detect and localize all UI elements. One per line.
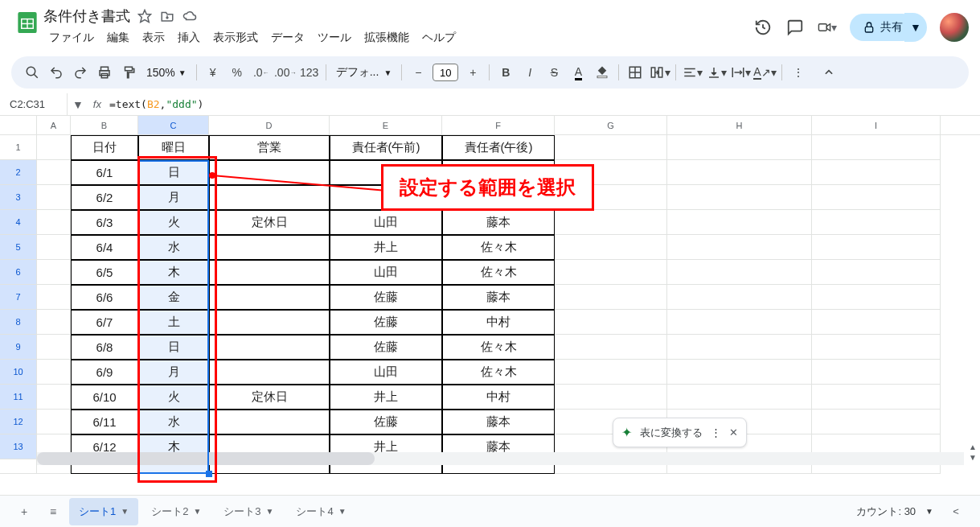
cell[interactable]: 土 (138, 310, 209, 335)
cell[interactable] (667, 285, 812, 310)
cell[interactable]: 佐々木 (442, 335, 555, 360)
cell[interactable] (37, 385, 71, 410)
cell[interactable]: 藤本 (442, 210, 555, 235)
menu-data[interactable]: データ (265, 27, 310, 48)
paint-format-icon[interactable] (117, 61, 140, 84)
cell[interactable] (209, 235, 330, 260)
comment-icon[interactable] (785, 18, 805, 37)
cell[interactable]: 6/4 (71, 235, 138, 260)
zoom-dropdown[interactable]: 150%▼ (141, 66, 191, 79)
cell[interactable]: 佐々木 (442, 260, 555, 285)
menu-tools[interactable]: ツール (312, 27, 357, 48)
italic-icon[interactable]: I (519, 61, 541, 84)
redo-icon[interactable] (69, 61, 92, 84)
cell[interactable]: 定休日 (209, 385, 330, 410)
col-header-B[interactable]: B (71, 116, 138, 134)
cell[interactable]: 佐藤 (330, 285, 442, 310)
cell[interactable]: 佐々木 (442, 360, 555, 385)
convert-to-table-chip[interactable]: ✦ 表に変換する ⋮ ✕ (613, 418, 747, 447)
col-header-A[interactable]: A (37, 116, 71, 134)
cell[interactable] (555, 310, 667, 335)
sheet-tab-3[interactable]: シート3▼ (214, 498, 283, 525)
menu-edit[interactable]: 編集 (101, 27, 135, 48)
rotate-icon[interactable]: A↗▾ (753, 61, 776, 84)
cell[interactable]: 水 (138, 410, 209, 434)
cell[interactable] (667, 260, 812, 285)
cell[interactable] (667, 360, 812, 385)
cell[interactable] (37, 410, 71, 434)
cell[interactable]: 木 (138, 260, 209, 285)
cell[interactable] (555, 285, 667, 310)
cell[interactable] (555, 210, 667, 235)
cell[interactable]: 6/1 (71, 160, 138, 185)
cell[interactable]: 6/11 (71, 410, 138, 434)
cell[interactable] (812, 235, 941, 260)
cell[interactable] (667, 310, 812, 335)
increase-fontsize-icon[interactable]: + (461, 61, 484, 84)
decrease-fontsize-icon[interactable]: − (407, 61, 429, 84)
menu-help[interactable]: ヘルプ (416, 27, 461, 48)
cell[interactable] (37, 310, 71, 335)
name-box-dropdown-icon[interactable]: ▼ (72, 98, 84, 111)
cell[interactable]: 6/7 (71, 310, 138, 335)
cell[interactable] (37, 210, 71, 235)
row-header-9[interactable]: 9 (0, 335, 37, 360)
cell[interactable] (37, 135, 71, 160)
cell[interactable]: 日 (138, 335, 209, 360)
row-header-1[interactable]: 1 (0, 135, 37, 160)
search-icon[interactable] (21, 61, 43, 84)
cell[interactable]: 中村 (442, 310, 555, 335)
cell[interactable] (667, 160, 812, 185)
cell[interactable]: 日 (138, 160, 209, 185)
cell[interactable] (37, 185, 71, 210)
sheet-tab-4[interactable]: シート4▼ (286, 498, 355, 525)
cell[interactable]: 火 (138, 210, 209, 235)
cell[interactable]: 営業 (209, 135, 330, 160)
cell[interactable]: 藤本 (442, 285, 555, 310)
row-header-8[interactable]: 8 (0, 310, 37, 335)
sheet-tab-1[interactable]: シート1▼ (69, 498, 138, 525)
name-box[interactable]: C2:C31 (6, 93, 68, 115)
strikethrough-icon[interactable]: S (543, 61, 565, 84)
cell[interactable] (667, 210, 812, 235)
cloud-icon[interactable] (182, 8, 198, 24)
cell[interactable]: 佐藤 (330, 410, 442, 434)
cell[interactable] (812, 210, 941, 235)
merge-icon[interactable]: ▾ (648, 61, 670, 84)
cell[interactable]: 責任者(午後) (442, 135, 555, 160)
cell[interactable] (209, 360, 330, 385)
more-formats-icon[interactable]: 123 (298, 61, 321, 84)
cell[interactable] (812, 185, 941, 210)
row-header-2[interactable]: 2 (0, 160, 37, 185)
row-header-12[interactable]: 12 (0, 410, 37, 434)
cell[interactable]: 6/2 (71, 185, 138, 210)
undo-icon[interactable] (45, 61, 68, 84)
cell[interactable]: 井上 (330, 385, 442, 410)
share-dropdown[interactable]: ▼ (904, 13, 927, 42)
menu-file[interactable]: ファイル (43, 27, 100, 48)
cell[interactable]: 6/6 (71, 285, 138, 310)
cell[interactable]: 日付 (71, 135, 138, 160)
cell[interactable] (555, 385, 667, 410)
cell[interactable]: 月 (138, 360, 209, 385)
cell[interactable]: 6/10 (71, 385, 138, 410)
status-dropdown-icon[interactable]: ▼ (925, 507, 933, 516)
cell[interactable] (37, 260, 71, 285)
cell[interactable]: 定休日 (209, 210, 330, 235)
cell[interactable] (667, 185, 812, 210)
vertical-scroll-arrows[interactable]: ▲▼ (969, 443, 977, 462)
row-header-4[interactable]: 4 (0, 210, 37, 235)
menu-format[interactable]: 表示形式 (207, 27, 264, 48)
cell[interactable]: 佐藤 (330, 335, 442, 360)
col-header-H[interactable]: H (667, 116, 812, 134)
sheet-tab-caret-icon[interactable]: ▼ (193, 507, 201, 516)
row-header-7[interactable]: 7 (0, 285, 37, 310)
col-header-G[interactable]: G (555, 116, 667, 134)
menu-extensions[interactable]: 拡張機能 (359, 27, 415, 48)
sheet-tab-caret-icon[interactable]: ▼ (121, 507, 129, 516)
history-icon[interactable] (753, 18, 773, 37)
star-icon[interactable] (137, 8, 153, 24)
cell[interactable]: 火 (138, 385, 209, 410)
collapse-toolbar-icon[interactable] (818, 61, 840, 84)
cell[interactable] (555, 235, 667, 260)
